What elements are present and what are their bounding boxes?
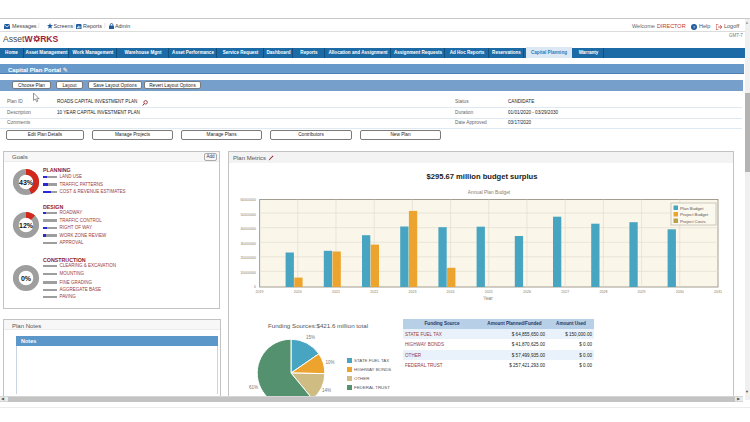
svg-text:Year: Year <box>483 296 493 301</box>
svg-text:2026: 2026 <box>523 290 531 294</box>
svg-text:43%: 43% <box>18 178 33 185</box>
svg-text:2019: 2019 <box>256 290 264 294</box>
svg-text:2025: 2025 <box>485 290 493 294</box>
svg-text:10000000: 10000000 <box>240 271 256 275</box>
svg-text:2029: 2029 <box>638 290 646 294</box>
svg-text:50000000: 50000000 <box>240 213 256 217</box>
svg-text:60000000: 60000000 <box>240 198 256 202</box>
svg-text:2027: 2027 <box>561 290 569 294</box>
svg-text:2023: 2023 <box>408 290 416 294</box>
svg-text:Plan Budget: Plan Budget <box>680 206 704 211</box>
svg-text:40000000: 40000000 <box>240 227 256 231</box>
svg-text:20000000: 20000000 <box>240 256 256 260</box>
svg-text:2021: 2021 <box>332 290 340 294</box>
svg-text:2030: 2030 <box>676 290 684 294</box>
svg-text:2024: 2024 <box>447 290 455 294</box>
svg-text:Project Budget: Project Budget <box>680 212 709 217</box>
svg-text:2020: 2020 <box>294 290 302 294</box>
svg-text:12%: 12% <box>18 221 33 228</box>
svg-text:0%: 0% <box>20 275 31 282</box>
svg-text:30000000: 30000000 <box>240 242 256 246</box>
svg-text:2022: 2022 <box>370 290 378 294</box>
svg-text:Project Costs: Project Costs <box>680 219 706 224</box>
svg-text:2031: 2031 <box>714 290 722 294</box>
svg-text:2028: 2028 <box>599 290 607 294</box>
